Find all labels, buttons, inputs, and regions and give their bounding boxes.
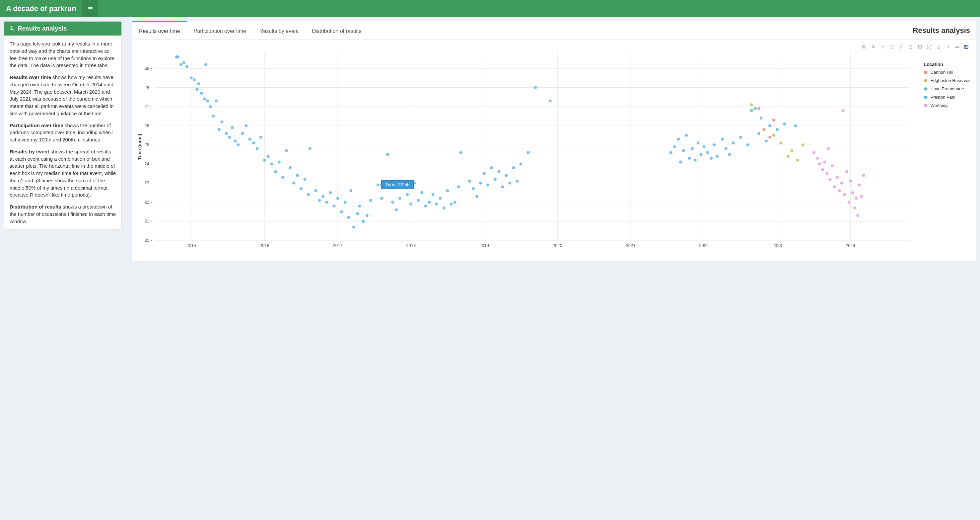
sidebar: Results analysis This page lets you look… bbox=[4, 21, 122, 230]
svg-point-166 bbox=[702, 145, 705, 148]
svg-point-80 bbox=[252, 142, 255, 144]
svg-point-62 bbox=[197, 82, 200, 85]
svg-point-95 bbox=[307, 193, 310, 196]
svg-point-91 bbox=[292, 182, 295, 185]
svg-point-207 bbox=[838, 189, 841, 192]
legend-item-edgbaston-reservoir[interactable]: Edgbaston Reservoir bbox=[924, 78, 971, 83]
box-select-icon[interactable] bbox=[889, 44, 895, 50]
svg-point-196 bbox=[750, 109, 753, 112]
svg-point-108 bbox=[352, 225, 355, 228]
svg-point-102 bbox=[332, 204, 336, 207]
legend-item-hove-promenade[interactable]: Hove Promenade bbox=[924, 86, 971, 91]
sidebar-toggle-button[interactable] bbox=[82, 0, 98, 17]
lasso-icon[interactable] bbox=[898, 44, 904, 50]
tab-results-over-time[interactable]: Results over time bbox=[132, 21, 187, 40]
svg-point-158 bbox=[679, 161, 682, 164]
svg-point-106 bbox=[347, 216, 350, 219]
svg-point-212 bbox=[849, 180, 852, 183]
svg-point-65 bbox=[206, 99, 209, 102]
scatter-plot[interactable]: 2015201620172018201920202021202220232024… bbox=[136, 51, 972, 253]
svg-point-185 bbox=[757, 107, 760, 110]
svg-point-97 bbox=[314, 189, 317, 192]
svg-point-220 bbox=[860, 195, 863, 198]
tab-distribution-of-results[interactable]: Distribution of results bbox=[305, 21, 368, 40]
svg-point-191 bbox=[779, 142, 782, 144]
svg-point-81 bbox=[256, 147, 259, 150]
svg-rect-7 bbox=[955, 46, 959, 46]
svg-point-159 bbox=[682, 149, 685, 152]
svg-point-103 bbox=[336, 197, 339, 200]
svg-point-127 bbox=[428, 201, 431, 204]
legend-item-preston-park[interactable]: Preston Park bbox=[924, 95, 971, 100]
svg-point-129 bbox=[435, 203, 438, 206]
info-para-bold: Results by event bbox=[10, 149, 49, 155]
tab-participation-over-time[interactable]: Participation over time bbox=[187, 21, 253, 40]
reset-icon[interactable] bbox=[935, 44, 942, 50]
pan-icon[interactable] bbox=[880, 44, 886, 50]
svg-rect-12 bbox=[967, 46, 968, 48]
svg-point-73 bbox=[228, 136, 231, 139]
svg-point-137 bbox=[468, 180, 471, 183]
svg-point-139 bbox=[476, 195, 478, 198]
svg-point-198 bbox=[816, 157, 819, 160]
legend-swatch bbox=[924, 87, 927, 91]
legend-item-cannon-hill[interactable]: Cannon Hill bbox=[924, 70, 971, 75]
tabs-row: Results over timeParticipation over time… bbox=[132, 21, 976, 40]
svg-point-68 bbox=[212, 115, 215, 118]
info-panel-title: Results analysis bbox=[18, 25, 67, 32]
svg-point-100 bbox=[325, 201, 328, 204]
zoom-out-icon[interactable] bbox=[917, 44, 923, 50]
svg-point-152 bbox=[527, 151, 530, 154]
svg-point-170 bbox=[716, 155, 719, 158]
svg-point-211 bbox=[847, 201, 850, 204]
tab-results-by-event[interactable]: Results by event bbox=[253, 21, 305, 40]
svg-point-176 bbox=[746, 144, 749, 147]
svg-point-110 bbox=[358, 204, 361, 207]
info-panel-body: This page lets you look at my results in… bbox=[4, 35, 121, 230]
svg-point-144 bbox=[494, 178, 496, 181]
svg-point-101 bbox=[329, 191, 332, 194]
svg-point-210 bbox=[845, 170, 848, 173]
svg-point-199 bbox=[818, 163, 821, 165]
svg-point-63 bbox=[200, 92, 203, 95]
svg-point-164 bbox=[697, 142, 700, 144]
svg-point-161 bbox=[688, 157, 691, 160]
info-para: Distribution of results shows a breakdow… bbox=[10, 203, 116, 225]
chart-card: Results over timeParticipation over time… bbox=[132, 21, 976, 261]
svg-point-213 bbox=[851, 191, 854, 194]
autoscale-icon[interactable] bbox=[926, 44, 932, 50]
legend-item-worthing[interactable]: Worthing bbox=[924, 103, 971, 108]
svg-point-107 bbox=[349, 189, 352, 192]
compare-icon[interactable] bbox=[954, 44, 960, 50]
svg-point-173 bbox=[728, 153, 731, 156]
svg-point-202 bbox=[826, 172, 828, 175]
camera-icon[interactable] bbox=[861, 44, 867, 50]
svg-point-134 bbox=[453, 201, 457, 204]
svg-point-124 bbox=[417, 199, 420, 202]
svg-point-94 bbox=[303, 178, 306, 181]
zoom-icon[interactable] bbox=[870, 44, 877, 50]
legend-label: Edgbaston Reservoir bbox=[931, 78, 971, 83]
svg-point-206 bbox=[836, 176, 839, 179]
tabs: Results over timeParticipation over time… bbox=[132, 21, 368, 40]
svg-point-200 bbox=[821, 168, 824, 171]
svg-point-133 bbox=[450, 203, 453, 206]
svg-point-70 bbox=[218, 128, 221, 131]
svg-point-177 bbox=[757, 132, 760, 135]
svg-text:21 -: 21 - bbox=[145, 219, 152, 223]
svg-point-182 bbox=[794, 124, 797, 127]
svg-point-219 bbox=[858, 183, 861, 187]
svg-point-138 bbox=[472, 187, 475, 190]
svg-point-126 bbox=[424, 204, 427, 207]
svg-point-142 bbox=[486, 183, 489, 187]
svg-point-58 bbox=[185, 65, 188, 68]
plotly-icon[interactable] bbox=[963, 44, 969, 50]
svg-point-154 bbox=[549, 99, 552, 102]
svg-point-122 bbox=[409, 203, 412, 206]
svg-point-186 bbox=[762, 128, 765, 131]
svg-point-135 bbox=[457, 185, 460, 188]
svg-point-221 bbox=[862, 174, 865, 177]
zoom-in-icon[interactable] bbox=[908, 44, 914, 50]
spike-icon[interactable] bbox=[945, 44, 951, 50]
svg-point-167 bbox=[706, 151, 709, 154]
